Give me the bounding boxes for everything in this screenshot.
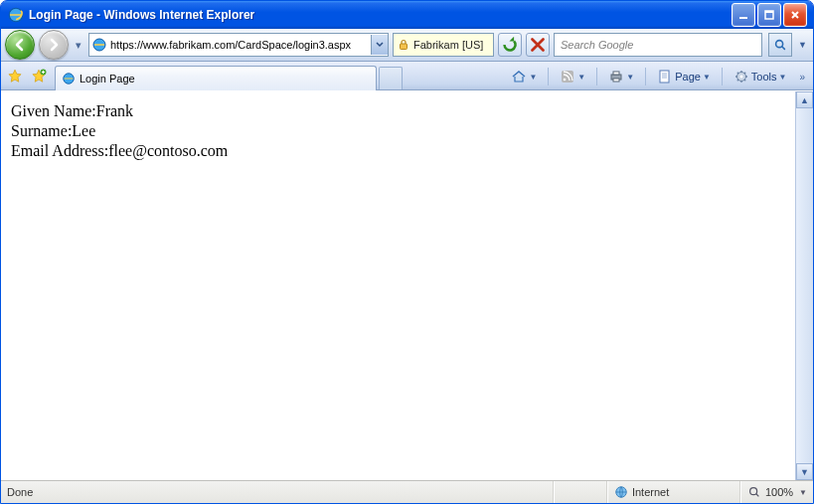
status-bar: Done Internet 100% ▼ [1, 480, 813, 503]
scroll-up-button[interactable]: ▲ [796, 91, 813, 108]
minimize-button[interactable] [732, 3, 755, 27]
new-tab-button[interactable] [379, 67, 403, 89]
content-viewport: Given Name:Frank Surname:Lee Email Addre… [1, 90, 813, 480]
page-icon [91, 37, 107, 53]
window-title: Login Page - Windows Internet Explorer [29, 8, 254, 22]
print-button[interactable]: ▼ [605, 67, 637, 86]
svg-rect-12 [613, 72, 619, 75]
page-menu[interactable]: Page▼ [654, 67, 714, 86]
tab-bar: Login Page ▼ ▼ ▼ Page▼ Tools▼ [1, 62, 813, 90]
status-progress [555, 481, 606, 503]
search-button[interactable] [768, 33, 792, 57]
svg-rect-14 [660, 71, 669, 83]
ie-page-icon [62, 72, 76, 85]
zoom-icon [747, 485, 761, 499]
add-favorite-button[interactable] [29, 67, 49, 86]
search-provider-dropdown[interactable]: ▼ [796, 40, 809, 50]
content-line: Email Address:flee@contoso.com [11, 141, 785, 161]
vertical-scrollbar[interactable]: ▲ ▼ [795, 91, 813, 480]
tools-menu[interactable]: Tools▼ [731, 67, 790, 86]
svg-point-18 [750, 488, 757, 495]
active-tab[interactable]: Login Page [55, 66, 377, 90]
ie-logo-icon [7, 6, 25, 24]
certificate-box[interactable]: Fabrikam [US] [393, 33, 494, 57]
zoom-value: 100% [765, 486, 793, 498]
tab-title: Login Page [80, 73, 135, 84]
tools-menu-label: Tools [751, 71, 777, 83]
feeds-button[interactable]: ▼ [557, 67, 588, 86]
page-content: Given Name:Frank Surname:Lee Email Addre… [1, 91, 795, 480]
content-line: Surname:Lee [11, 121, 785, 141]
navigation-bar: ▾ https://www.fabrikam.com/CardSpace/log… [1, 29, 813, 62]
scroll-down-button[interactable]: ▼ [796, 463, 813, 480]
svg-point-16 [739, 76, 742, 79]
titlebar[interactable]: Login Page - Windows Internet Explorer [1, 1, 813, 29]
security-zone[interactable]: Internet [608, 481, 739, 503]
address-bar[interactable]: https://www.fabrikam.com/CardSpace/login… [88, 33, 389, 57]
svg-rect-3 [765, 11, 773, 13]
certificate-label: Fabrikam [US] [413, 39, 483, 51]
content-line: Given Name:Frank [11, 101, 785, 121]
toolbar-overflow[interactable]: » [795, 72, 809, 83]
svg-rect-1 [739, 17, 747, 19]
refresh-button[interactable] [498, 33, 522, 57]
forward-button[interactable] [39, 30, 69, 60]
internet-zone-icon [614, 485, 628, 499]
svg-rect-13 [613, 79, 619, 82]
svg-rect-5 [401, 44, 407, 50]
svg-point-10 [564, 79, 567, 82]
home-button[interactable]: ▼ [508, 67, 540, 86]
zoom-control[interactable]: 100% ▼ [741, 481, 813, 503]
address-dropdown[interactable] [371, 35, 388, 55]
search-box[interactable] [554, 33, 762, 57]
lock-icon [398, 39, 409, 51]
page-menu-label: Page [675, 71, 701, 83]
search-input[interactable] [559, 38, 757, 52]
window-buttons [732, 3, 807, 27]
nav-history-dropdown[interactable]: ▾ [73, 33, 84, 57]
ie-window: Login Page - Windows Internet Explorer ▾ [0, 0, 814, 504]
close-button[interactable] [783, 3, 807, 27]
status-text: Done [1, 481, 39, 503]
url-text[interactable]: https://www.fabrikam.com/CardSpace/login… [109, 39, 371, 51]
favorites-center-button[interactable] [5, 67, 25, 86]
maximize-button[interactable] [757, 3, 781, 27]
back-button[interactable] [5, 30, 35, 60]
zone-label: Internet [632, 486, 669, 498]
stop-button[interactable] [526, 33, 550, 57]
